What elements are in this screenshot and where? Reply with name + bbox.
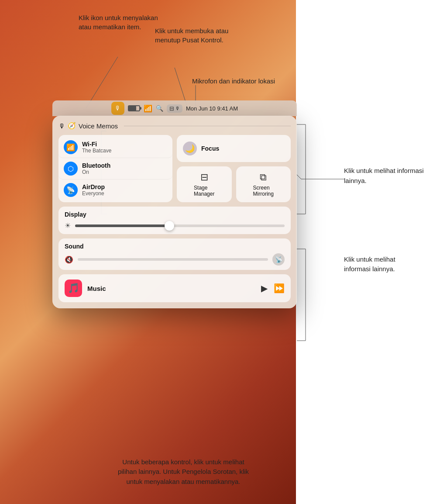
wifi-icon: 📶 <box>144 104 152 113</box>
display-slider-track[interactable] <box>75 224 285 227</box>
bottom-buttons: ⊟ StageManager ⧉ ScreenMirroring <box>177 166 291 202</box>
nav-icon: 🧭 <box>68 122 76 130</box>
control-center-button[interactable]: ⊟ 🎙 <box>167 104 182 113</box>
annotation-mic-indicator: Mikrofon dan indikator lokasi <box>192 76 279 86</box>
play-button[interactable]: ▶ <box>261 283 268 293</box>
screen-mirroring-button[interactable]: ⧉ ScreenMirroring <box>236 166 291 202</box>
bt-circle-icon: ⬡ <box>64 162 78 176</box>
annotation-bottom: Untuk beberapa kontrol, klik untuk melih… <box>96 447 271 487</box>
voice-memos-label: Voice Memos <box>79 122 118 130</box>
annotation-control-center: Klik untuk membuka atau menutup Pusat Ko… <box>155 26 251 45</box>
annotation-options: Klik untuk melihat informasi lainnya. <box>344 245 431 274</box>
display-slider-thumb[interactable] <box>165 221 174 231</box>
annotation-more-info: Klik untuk melihat informasi lainnya. <box>344 166 431 186</box>
screen-mirroring-icon: ⧉ <box>260 172 267 183</box>
display-slider-fill <box>75 224 169 227</box>
mic-indicator-dot: 🎙 <box>175 106 180 111</box>
airdrop-item[interactable]: 📡 AirDrop Everyone <box>58 180 172 200</box>
top-controls-grid: 📶 Wi-Fi The Batcave ⬡ Bluetooth On 📡 Air… <box>58 135 291 202</box>
airplay-icon: 📡 <box>275 256 282 263</box>
brightness-icon: ☀ <box>65 221 71 230</box>
airdrop-label: AirDrop <box>82 183 105 190</box>
sound-slider-row: 🔇 📡 <box>65 253 285 266</box>
wifi-circle-icon: 📶 <box>64 140 78 154</box>
sound-section: Sound 🔇 📡 <box>58 238 291 270</box>
wifi-sub: The Batcave <box>82 148 111 154</box>
right-controls-col: 🌙 Focus ⊟ StageManager ⧉ ScreenMirroring <box>177 135 291 202</box>
music-player: 🎵 Music ▶ ⏩ <box>58 274 291 302</box>
screen-mirroring-label: ScreenMirroring <box>253 185 274 197</box>
airplay-button[interactable]: 📡 <box>272 253 285 266</box>
wifi-text: Wi-Fi The Batcave <box>82 141 111 154</box>
battery-icon <box>128 105 140 111</box>
focus-icon: 🌙 <box>183 142 197 155</box>
bluetooth-item[interactable]: ⬡ Bluetooth On <box>58 158 172 180</box>
wifi-item[interactable]: 📶 Wi-Fi The Batcave <box>58 137 172 158</box>
voice-memos-bar: 🎙 🧭 Voice Memos <box>58 122 291 130</box>
menubar-time: Mon Jun 10 9:41 AM <box>186 105 238 112</box>
network-group: 📶 Wi-Fi The Batcave ⬡ Bluetooth On 📡 Air… <box>58 135 172 202</box>
music-app-icon: 🎵 <box>65 280 82 297</box>
airdrop-text: AirDrop Everyone <box>82 183 105 197</box>
stage-manager-button[interactable]: ⊟ StageManager <box>177 166 232 202</box>
stage-manager-icon: ⊟ <box>200 172 208 183</box>
airdrop-sub: Everyone <box>82 190 105 197</box>
music-label: Music <box>87 285 256 292</box>
search-icon[interactable]: 🔍 <box>156 105 163 112</box>
mic-icon-btn[interactable]: 🎙 <box>111 102 124 115</box>
focus-button[interactable]: 🌙 Focus <box>177 135 291 162</box>
sound-slider-track[interactable] <box>78 258 268 261</box>
mic-emoji: 🎙 <box>58 122 65 130</box>
control-center-icon: ⊟ <box>169 105 174 112</box>
stage-manager-label: StageManager <box>194 185 214 197</box>
volume-icon: 🔇 <box>65 255 73 264</box>
voice-memos-line <box>124 126 291 126</box>
sound-label: Sound <box>65 243 285 250</box>
menubar: 🎙 📶 🔍 ⊟ 🎙 Mon Jun 10 9:41 AM <box>52 100 297 116</box>
bt-sub: On <box>82 169 110 175</box>
bt-text: Bluetooth On <box>82 162 110 175</box>
wifi-label: Wi-Fi <box>82 141 111 148</box>
focus-label: Focus <box>201 145 219 152</box>
display-slider-row: ☀ <box>65 221 285 230</box>
fast-forward-button[interactable]: ⏩ <box>274 283 285 293</box>
music-controls: ▶ ⏩ <box>261 283 285 293</box>
display-section: Display ☀ <box>58 207 291 234</box>
bt-label: Bluetooth <box>82 162 110 169</box>
control-center-panel: 🎙 🧭 Voice Memos 📶 Wi-Fi The Batcave ⬡ Bl… <box>52 116 297 308</box>
display-label: Display <box>65 211 285 218</box>
airdrop-circle-icon: 📡 <box>64 183 78 197</box>
